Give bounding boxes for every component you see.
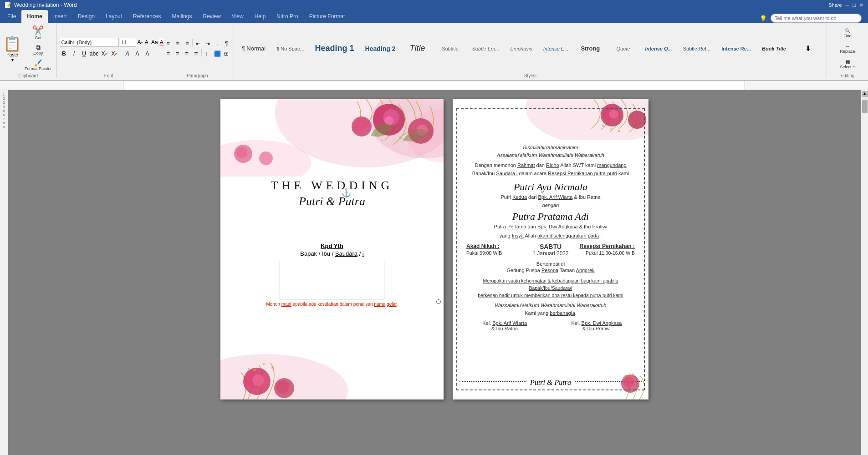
bullets-button[interactable]: ≡ bbox=[164, 39, 173, 48]
name-box[interactable] bbox=[280, 261, 384, 299]
style-emphasis[interactable]: Emphasis bbox=[505, 34, 537, 63]
text-highlight-button[interactable]: A bbox=[133, 49, 142, 58]
style-heading1[interactable]: Heading 1 bbox=[310, 34, 359, 63]
minimize-btn[interactable]: ─ bbox=[846, 2, 849, 8]
replace-button[interactable]: ↔ Replace bbox=[830, 42, 865, 55]
style-nospace[interactable]: ¶ No Spac... bbox=[271, 34, 309, 63]
styles-gallery: ¶ Normal ¶ No Spac... Heading 1 Heading … bbox=[237, 25, 824, 72]
tab-picture-format[interactable]: Picture Format bbox=[304, 10, 351, 23]
style-subtitle[interactable]: Subtitle bbox=[434, 34, 466, 63]
font-color-button[interactable]: A bbox=[143, 49, 152, 58]
dengan-text: dengan bbox=[466, 202, 635, 208]
close-btn[interactable]: ✕ bbox=[859, 2, 863, 8]
text-effects-button[interactable]: A bbox=[123, 49, 132, 58]
groom-name: Putra Pratama Adi bbox=[466, 211, 635, 222]
date-day: SABTU bbox=[522, 243, 578, 250]
multilevel-button[interactable]: ≡ bbox=[183, 39, 191, 48]
tab-home[interactable]: Home bbox=[21, 10, 47, 23]
share-btn[interactable]: Share bbox=[828, 2, 842, 8]
styles-group: ¶ Normal ¶ No Spac... Heading 1 Heading … bbox=[234, 25, 827, 78]
italic-button[interactable]: I bbox=[70, 49, 79, 58]
tab-view[interactable]: View bbox=[226, 10, 249, 23]
bold-button[interactable]: B bbox=[60, 49, 69, 58]
ribbon-tabs: File Home Insert Design Layout Reference… bbox=[0, 10, 868, 23]
right-scrollbar[interactable]: ▲ ▼ bbox=[861, 90, 868, 455]
scroll-up[interactable]: ▲ bbox=[862, 91, 868, 97]
cut-button[interactable]: ✂️ Cut bbox=[23, 25, 54, 41]
floral-svg-bottom bbox=[220, 345, 444, 399]
style-intense-q[interactable]: Intense Q... bbox=[640, 34, 677, 63]
assalamu-text: Assalamu'alaikum Warahmatullahi Wabaraka… bbox=[466, 152, 635, 158]
tab-file[interactable]: File bbox=[2, 10, 21, 23]
style-more[interactable]: ⬇ bbox=[792, 34, 824, 63]
tab-layout[interactable]: Layout bbox=[100, 10, 128, 23]
borders-button[interactable]: ⊞ bbox=[222, 49, 230, 58]
akad-col: Akad Nikah : Pukul 09:00 WIB bbox=[466, 243, 522, 256]
increase-indent-button[interactable]: ⇥ bbox=[203, 39, 212, 48]
decrease-indent-button[interactable]: ⇤ bbox=[194, 39, 202, 48]
tab-mailings[interactable]: Mailings bbox=[166, 10, 197, 23]
shading-button[interactable]: 🟦 bbox=[213, 49, 221, 58]
style-normal[interactable]: ¶ Normal bbox=[237, 34, 271, 63]
tab-insert[interactable]: Insert bbox=[48, 10, 72, 23]
anchor-icon: ⚓ bbox=[341, 188, 351, 198]
underline-button[interactable]: U bbox=[80, 49, 89, 58]
font-grow-button[interactable]: A+ bbox=[137, 38, 143, 47]
line-spacing-button[interactable]: ↕ bbox=[202, 49, 210, 58]
find-button[interactable]: 🔍 Find bbox=[830, 27, 865, 40]
numbering-button[interactable]: ≡ bbox=[174, 39, 182, 48]
format-painter-button[interactable]: 🖌️ Format Painter bbox=[23, 58, 54, 72]
document-area: THE WEDDING Putri & Putra ⚓ Kpd Yth Bapa… bbox=[8, 90, 861, 455]
style-subtle-em[interactable]: Subtle Em... bbox=[467, 34, 505, 63]
align-left-button[interactable]: ≡ bbox=[164, 49, 172, 58]
sort-button[interactable]: ↕ bbox=[213, 39, 221, 48]
tab-review[interactable]: Review bbox=[197, 10, 226, 23]
scroll-thumb[interactable] bbox=[862, 100, 868, 113]
show-marks-button[interactable]: ¶ bbox=[222, 39, 231, 48]
maximize-btn[interactable]: □ bbox=[853, 2, 856, 8]
kpd-yth: Kpd Yth bbox=[234, 243, 430, 249]
style-heading2[interactable]: Heading 2 bbox=[360, 34, 401, 63]
strikethrough-button[interactable]: abc bbox=[90, 49, 99, 58]
svg-point-28 bbox=[263, 363, 265, 365]
font-group: A+ A- Aa A B I U abc X2 X2 A A A Font bbox=[57, 25, 161, 78]
family1: Kel. Bpk. Arif Wiarta & Ibu Ratna bbox=[466, 320, 543, 331]
tab-help[interactable]: Help bbox=[249, 10, 271, 23]
font-size-input[interactable] bbox=[120, 38, 136, 47]
subscript-button[interactable]: X2 bbox=[100, 49, 109, 58]
style-title[interactable]: Title bbox=[402, 34, 434, 63]
tab-nitro[interactable]: Nitro Pro bbox=[271, 10, 303, 23]
style-book-title[interactable]: Book Title bbox=[757, 34, 791, 63]
style-intense-ref[interactable]: Intense Re... bbox=[716, 34, 756, 63]
tab-design[interactable]: Design bbox=[72, 10, 100, 23]
ribbon-main: 📋 Paste ▾ ✂️ Cut ⧉ Copy 🖌️ Format Painte… bbox=[0, 23, 868, 81]
style-strong[interactable]: Strong bbox=[574, 34, 606, 63]
font-row2: B I U abc X2 X2 A A A bbox=[60, 49, 158, 58]
align-right-button[interactable]: ≡ bbox=[183, 49, 191, 58]
justify-button[interactable]: ≡ bbox=[192, 49, 200, 58]
venue-text: Gedung Puspa Pesona Taman Anggrek bbox=[466, 268, 635, 273]
style-subtle-ref[interactable]: Subtle Ref... bbox=[678, 34, 716, 63]
search-input[interactable] bbox=[771, 14, 862, 23]
svg-point-38 bbox=[618, 130, 620, 132]
select-button[interactable]: ▦ Select ~ bbox=[830, 58, 865, 71]
bertempat-text: Bertempat di bbox=[466, 261, 635, 267]
svg-point-15 bbox=[354, 118, 367, 131]
font-label: Font bbox=[60, 73, 158, 78]
font-name-input[interactable] bbox=[60, 38, 119, 47]
window-controls[interactable]: Share ─ □ ✕ bbox=[828, 2, 863, 8]
align-center-button[interactable]: ≡ bbox=[173, 49, 181, 58]
superscript-button[interactable]: X2 bbox=[110, 49, 119, 58]
style-quote[interactable]: Quote bbox=[607, 34, 639, 63]
copy-button[interactable]: ⧉ Copy bbox=[23, 43, 54, 57]
resepsi-label: Resepsi Pernikahan : bbox=[579, 243, 635, 249]
paste-button[interactable]: 📋 Paste ▾ bbox=[3, 35, 22, 63]
paragraph-controls: ≡ ≡ ≡ ⇤ ⇥ ↕ ¶ ≡ ≡ ≡ ≡ ↕ 🟦 ⊞ bbox=[164, 25, 231, 72]
svg-point-42 bbox=[632, 374, 633, 375]
tab-references[interactable]: References bbox=[128, 10, 166, 23]
style-intense-em[interactable]: Intense E... bbox=[538, 34, 574, 63]
font-shrink-button[interactable]: A- bbox=[144, 38, 150, 47]
kami-yang-text: Kami yang berbahagìa. bbox=[466, 310, 635, 316]
wassalamu-text: Wassalamu'alaikum Warahmatullahi Wabarak… bbox=[466, 303, 635, 308]
change-case-button[interactable]: Aa bbox=[151, 38, 158, 47]
